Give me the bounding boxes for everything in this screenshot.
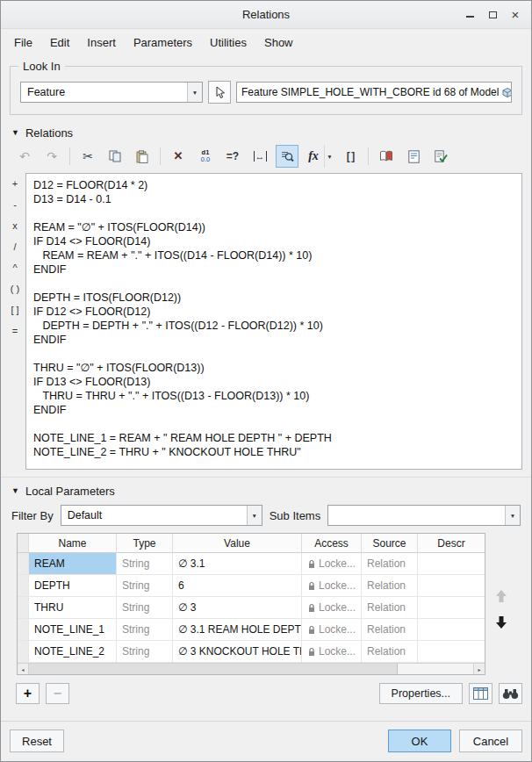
paste-button[interactable] (131, 145, 154, 168)
down-arrow-icon (495, 615, 507, 629)
param-source-cell[interactable]: Relation (362, 553, 418, 574)
scroll-track[interactable] (29, 664, 473, 674)
close-button[interactable]: × (507, 7, 524, 23)
copy-button[interactable] (104, 145, 126, 168)
param-source-cell[interactable]: Relation (362, 641, 418, 662)
look-in-type-select[interactable]: Feature ▼ (20, 82, 203, 103)
highlight-relations-button[interactable] (276, 145, 298, 168)
lock-icon (307, 603, 316, 613)
minimize-button[interactable] (461, 7, 478, 23)
op-multiply-button[interactable]: x (7, 218, 24, 233)
sorted-relations-button[interactable] (402, 145, 425, 168)
param-name-cell[interactable]: THRU (29, 597, 117, 618)
verify-relations-button[interactable] (429, 145, 452, 168)
model-icon (501, 87, 512, 97)
op-equals-button[interactable]: = (7, 323, 24, 338)
param-type-cell[interactable]: String (117, 641, 173, 662)
add-parameter-button[interactable]: + (16, 683, 40, 704)
scroll-left-button[interactable]: ◂ (18, 664, 29, 674)
op-brackets-button[interactable]: [ ] (7, 302, 24, 317)
ok-button[interactable]: OK (388, 730, 451, 752)
param-descr-cell[interactable] (418, 641, 485, 662)
row-selector-cell[interactable] (18, 553, 29, 574)
param-descr-cell[interactable] (418, 597, 485, 618)
op-plus-button[interactable]: + (7, 176, 24, 190)
maximize-button[interactable] (484, 7, 501, 23)
param-name-cell[interactable]: DEPTH (29, 575, 117, 596)
menu-file[interactable]: File (6, 32, 40, 54)
row-selector-cell[interactable] (18, 597, 29, 618)
maximize-icon (489, 11, 497, 18)
local-parameters-section-header[interactable]: ▼ Local Parameters (1, 477, 531, 501)
param-access-cell[interactable]: Locke... (302, 619, 362, 640)
properties-button[interactable]: Properties... (379, 683, 463, 704)
move-down-button[interactable] (492, 614, 511, 631)
menu-edit[interactable]: Edit (42, 32, 77, 54)
row-selector-cell[interactable] (18, 575, 29, 596)
param-source-cell[interactable]: Relation (362, 575, 418, 596)
row-selector-cell[interactable] (18, 641, 29, 662)
find-parameter-button[interactable] (499, 683, 522, 704)
relations-code-editor[interactable]: D12 = FLOOR(D14 * 2) D13 = D14 - 0.1 REA… (25, 173, 522, 470)
param-access-cell[interactable]: Locke... (302, 575, 362, 596)
filter-by-select[interactable]: Default ▼ (61, 505, 262, 526)
toggle-dimension-display-button[interactable]: d10.0 (194, 145, 217, 168)
menu-show[interactable]: Show (256, 32, 301, 54)
param-descr-cell[interactable] (418, 575, 485, 596)
look-in-type-value: Feature (21, 83, 187, 102)
param-descr-cell[interactable] (418, 553, 485, 574)
insert-function-button[interactable]: fx ▼ (303, 145, 334, 168)
scroll-right-button[interactable]: ▸ (473, 664, 485, 674)
op-power-button[interactable]: ^ (7, 260, 24, 275)
param-type-cell[interactable]: String (117, 553, 173, 574)
param-descr-cell[interactable] (418, 619, 485, 640)
param-value-cell[interactable]: 6 (173, 575, 302, 596)
menu-utilities[interactable]: Utilities (202, 32, 255, 54)
row-selector-cell[interactable] (18, 619, 29, 640)
param-access-cell[interactable]: Locke... (302, 553, 362, 574)
param-name-cell[interactable]: REAM (29, 553, 117, 574)
remove-parameter-button[interactable]: − (46, 683, 69, 704)
param-source-cell[interactable]: Relation (362, 597, 418, 618)
op-minus-button[interactable]: - (7, 197, 24, 212)
function-dropdown[interactable]: ▼ (324, 145, 334, 168)
paste-icon (136, 150, 148, 163)
object-picker-button[interactable] (208, 81, 231, 104)
relations-code-text[interactable]: D12 = FLOOR(D14 * 2) D13 = D14 - 0.1 REA… (26, 174, 521, 464)
cancel-button[interactable]: Cancel (459, 730, 522, 752)
insert-operator-button[interactable]: [ ] (339, 145, 362, 168)
evaluate-button[interactable]: =? (221, 145, 244, 168)
param-access-cell[interactable]: Locke... (302, 641, 362, 662)
delete-button[interactable]: ✕ (167, 145, 190, 168)
relations-section-header[interactable]: ▼ Relations (1, 122, 531, 143)
relation-library-button[interactable] (375, 145, 398, 168)
param-type-cell[interactable]: String (117, 575, 173, 596)
scroll-thumb[interactable] (29, 664, 398, 674)
menu-parameters[interactable]: Parameters (126, 32, 200, 54)
cut-button[interactable]: ✂ (76, 145, 99, 168)
redo-button[interactable]: ↷ (40, 145, 63, 168)
undo-button[interactable]: ↶ (13, 145, 36, 168)
menubar: File Edit Insert Parameters Utilities Sh… (1, 29, 531, 55)
menu-insert[interactable]: Insert (79, 32, 124, 54)
param-value-cell[interactable]: ∅ 3 KNOCKOUT HOLE THRU (173, 641, 302, 662)
customize-columns-button[interactable] (469, 683, 492, 704)
units-button[interactable]: ↔ (248, 145, 271, 168)
param-access-text: Locke... (319, 645, 356, 658)
op-parens-button[interactable]: ( ) (7, 281, 24, 296)
sub-items-select[interactable]: ▼ (327, 505, 521, 526)
param-value-cell[interactable]: ∅ 3.1 (173, 553, 302, 574)
reset-button[interactable]: Reset (10, 730, 64, 752)
param-type-cell[interactable]: String (117, 619, 173, 640)
move-up-button[interactable] (492, 587, 511, 605)
param-name-cell[interactable]: NOTE_LINE_1 (29, 619, 117, 640)
page-check-icon (435, 150, 448, 163)
param-type-cell[interactable]: String (117, 597, 173, 618)
reference-field[interactable]: Feature SIMPLE_HOLE_WITH_CBORE id 68 of … (236, 82, 512, 103)
param-value-cell[interactable]: ∅ 3.1 REAM HOLE DEPTH 6 (173, 619, 302, 640)
param-name-cell[interactable]: NOTE_LINE_2 (29, 641, 117, 662)
param-source-cell[interactable]: Relation (362, 619, 418, 640)
op-divide-button[interactable]: / (7, 239, 24, 254)
param-access-cell[interactable]: Locke... (302, 597, 362, 618)
param-value-cell[interactable]: ∅ 3 (173, 597, 302, 618)
